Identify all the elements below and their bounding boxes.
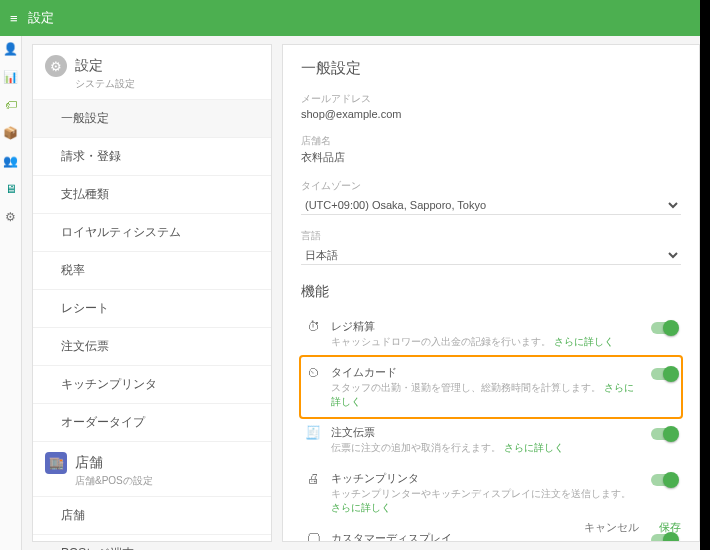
topbar: ≡ 設定 [0,0,710,36]
feature-desc: キャッシュドロワーの入出金の記録を行います。 さらに詳しく [331,335,641,349]
sidebar-item[interactable]: キッチンプリンタ [33,365,271,403]
feature-row: 🧾注文伝票伝票に注文の追加や取消を行えます。 さらに詳しく [301,417,681,463]
store-icon: 🏬 [45,452,67,474]
section-header-settings: ⚙ 設定 [33,45,271,81]
sidebar-item[interactable]: 一般設定 [33,99,271,137]
email-label: メールアドレス [301,92,681,106]
tz-select[interactable]: (UTC+09:00) Osaka, Sapporo, Tokyo [301,196,681,215]
section-header-store: 🏬 店舗 [33,441,271,478]
feature-icon: ⏱ [305,319,321,334]
feature-icon: 🖵 [305,531,321,542]
rail-icon[interactable]: 📊 [3,70,18,84]
shop-label: 店舗名 [301,134,681,148]
feature-toggle[interactable] [651,368,677,380]
feature-icon: 🧾 [305,425,321,440]
sidebar-item[interactable]: ロイヤルティシステム [33,213,271,251]
feature-toggle[interactable] [651,428,677,440]
feature-title: タイムカード [331,365,641,380]
section-title: 設定 [75,57,103,75]
cancel-button[interactable]: キャンセル [584,520,639,535]
sidebar-item[interactable]: レシート [33,289,271,327]
feature-title: キッチンプリンタ [331,471,641,486]
sidebar-item[interactable]: POSレジ端末 [33,534,271,550]
feature-icon: ⏲ [305,365,321,380]
sidebar-item[interactable]: オーダータイプ [33,403,271,441]
learn-more-link[interactable]: さらに詳しく [504,442,564,453]
feature-row: ⏲タイムカードスタッフの出勤・退勤を管理し、総勤務時間を計算します。 さらに詳し… [301,357,681,417]
sidebar-item[interactable]: 注文伝票 [33,327,271,365]
save-button[interactable]: 保存 [659,520,681,535]
left-rail: 👤 📊 🏷 📦 👥 🖥 ⚙ [0,36,22,550]
general-heading: 一般設定 [301,59,681,78]
gear-icon: ⚙ [45,55,67,77]
learn-more-link[interactable]: さらに詳しく [331,382,634,407]
feature-title: レジ精算 [331,319,641,334]
page-title: 設定 [28,9,54,27]
rail-icon[interactable]: 📦 [3,126,18,140]
rail-icon[interactable]: ⚙ [5,210,16,224]
shop-value: 衣料品店 [301,150,681,165]
feature-icon: 🖨 [305,471,321,486]
feature-toggle[interactable] [651,322,677,334]
rail-icon[interactable]: 🏷 [5,98,17,112]
hamburger-icon[interactable]: ≡ [10,11,18,26]
feature-row: ⏱レジ精算キャッシュドロワーの入出金の記録を行います。 さらに詳しく [301,311,681,357]
feature-desc: キッチンプリンターやキッチンディスプレイに注文を送信します。 さらに詳しく [331,487,641,515]
main-panel: 一般設定 メールアドレスshop@example.com 店舗名衣料品店 タイム… [282,44,700,542]
feature-title: 注文伝票 [331,425,641,440]
lang-label: 言語 [301,229,681,243]
rail-icon[interactable]: 👤 [3,42,18,56]
feature-desc: スタッフの出勤・退勤を管理し、総勤務時間を計算します。 さらに詳しく [331,381,641,409]
sidebar-item[interactable]: 支払種類 [33,175,271,213]
feature-row: 🖨キッチンプリンタキッチンプリンターやキッチンディスプレイに注文を送信します。 … [301,463,681,523]
feature-desc: 伝票に注文の追加や取消を行えます。 さらに詳しく [331,441,641,455]
lang-select[interactable]: 日本語 [301,246,681,265]
rail-icon[interactable]: 👥 [3,154,18,168]
section-subtitle: システム設定 [33,77,271,99]
learn-more-link[interactable]: さらに詳しく [554,336,614,347]
feature-toggle[interactable] [651,474,677,486]
tz-label: タイムゾーン [301,179,681,193]
rail-icon[interactable]: 🖥 [5,182,17,196]
feature-toggle[interactable] [651,534,677,542]
sidebar-item[interactable]: 税率 [33,251,271,289]
email-value: shop@example.com [301,108,681,120]
footer-actions: キャンセル 保存 [584,520,681,535]
settings-sidebar: ⚙ 設定 システム設定 一般設定請求・登録支払種類ロイヤルティシステム税率レシー… [32,44,272,542]
section-subtitle: 店舗&POSの設定 [33,474,271,496]
sidebar-item[interactable]: 請求・登録 [33,137,271,175]
sidebar-item[interactable]: 店舗 [33,496,271,534]
section-title: 店舗 [75,454,103,472]
features-heading: 機能 [301,283,681,301]
learn-more-link[interactable]: さらに詳しく [331,502,391,513]
